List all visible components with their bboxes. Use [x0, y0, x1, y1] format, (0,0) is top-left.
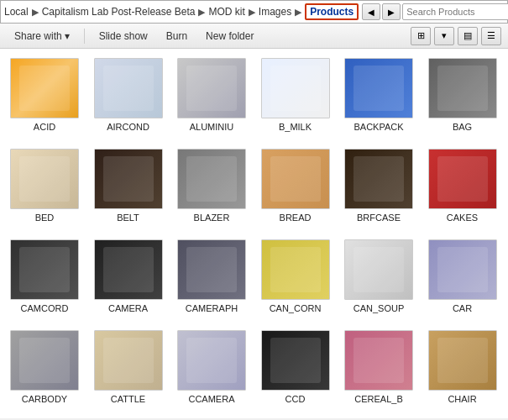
file-item-cereal_b[interactable]: CEREAL_B: [338, 324, 420, 415]
file-item-cakes[interactable]: CAKES: [422, 143, 504, 234]
file-item-brfcase[interactable]: BRFCASE: [338, 143, 420, 234]
file-thumb-cereal_b: [344, 330, 413, 391]
file-label-belt: BELT: [117, 213, 139, 223]
file-label-carbody: CARBODY: [22, 394, 67, 404]
file-item-camera[interactable]: CAMERA: [87, 234, 170, 324]
view-list-button[interactable]: ▾: [434, 27, 454, 45]
svg-rect-11: [437, 156, 488, 202]
file-label-brfcase: BRFCASE: [357, 213, 401, 223]
file-label-backpack: BACKPACK: [354, 122, 403, 132]
file-item-car[interactable]: CAR: [422, 234, 504, 324]
new-folder-button[interactable]: New folder: [198, 27, 261, 45]
file-item-belt[interactable]: BELT: [87, 143, 170, 234]
burn-button[interactable]: Burn: [159, 27, 195, 45]
file-thumb-cakes: [428, 149, 497, 209]
file-item-blazer[interactable]: BLAZER: [170, 143, 253, 234]
file-label-ccamera: CCAMERA: [188, 394, 234, 404]
file-item-chair[interactable]: CHAIR: [422, 324, 504, 415]
breadcrumb-images[interactable]: Images: [259, 6, 291, 18]
slideshow-button[interactable]: Slide show: [92, 27, 155, 45]
file-label-can_soup: CAN_SOUP: [354, 303, 405, 313]
svg-rect-7: [103, 156, 154, 202]
file-item-carbody[interactable]: CARBODY: [3, 324, 86, 415]
nav-back-button[interactable]: ◀: [362, 3, 380, 20]
view-details-button[interactable]: ▤: [458, 27, 478, 45]
share-with-button[interactable]: Share with ▾: [7, 27, 77, 45]
breadcrumb-products[interactable]: Products: [305, 3, 359, 20]
nav-buttons: ◀ ▶: [362, 3, 401, 20]
svg-rect-8: [186, 156, 237, 202]
file-thumb-camcord: [10, 239, 79, 300]
svg-rect-19: [103, 338, 154, 383]
view-large-icons-button[interactable]: ⊞: [411, 27, 431, 45]
file-item-aluminiu[interactable]: ALUMINIU: [170, 52, 253, 143]
svg-rect-22: [354, 338, 404, 383]
file-label-cakes: CAKES: [447, 213, 478, 223]
svg-rect-18: [19, 338, 70, 383]
file-thumb-acid: [10, 58, 79, 118]
file-thumb-bed: [10, 149, 79, 209]
file-label-aluminiu: ALUMINIU: [190, 122, 234, 132]
svg-rect-12: [19, 247, 70, 292]
file-item-camcord[interactable]: CAMCORD: [3, 234, 86, 324]
file-item-bag[interactable]: BAG: [422, 52, 504, 143]
address-bar: Local ▶ Capitalism Lab Post-Release Beta…: [0, 0, 508, 24]
file-thumb-bag: [428, 58, 497, 118]
file-thumb-chair: [428, 330, 497, 391]
file-item-acid[interactable]: ACID: [3, 52, 86, 143]
share-with-label: Share with: [14, 30, 62, 42]
sep3: ▶: [249, 7, 255, 18]
file-item-cattle[interactable]: CATTLE: [87, 324, 170, 415]
svg-rect-15: [270, 247, 321, 292]
file-thumb-carbody: [10, 330, 79, 391]
file-item-aircond[interactable]: AIRCOND: [87, 52, 170, 143]
file-item-backpack[interactable]: BACKPACK: [338, 52, 420, 143]
file-label-cereal_b: CEREAL_B: [354, 394, 402, 404]
search-input[interactable]: [402, 3, 508, 20]
file-label-cattle: CATTLE: [111, 394, 145, 404]
file-thumb-bread: [261, 149, 330, 209]
file-thumb-can_soup: [344, 239, 413, 300]
file-label-camera: CAMERA: [108, 303, 148, 313]
file-thumb-cameraph: [177, 239, 246, 300]
file-item-bread[interactable]: BREAD: [254, 143, 337, 234]
svg-rect-6: [19, 156, 70, 202]
file-label-car: CAR: [453, 303, 472, 313]
file-thumb-backpack: [344, 58, 413, 118]
file-label-camcord: CAMCORD: [21, 303, 69, 313]
toolbar-separator-1: [84, 29, 85, 44]
file-thumb-car: [428, 239, 497, 300]
chevron-down-icon: ▾: [65, 30, 70, 42]
file-item-ccd[interactable]: CCD: [254, 324, 337, 415]
file-item-ccamera[interactable]: CCAMERA: [170, 324, 253, 415]
file-label-aircond: AIRCOND: [107, 122, 149, 132]
file-item-can_corn[interactable]: CAN_CORN: [254, 234, 337, 324]
svg-rect-20: [186, 338, 237, 383]
breadcrumb-capitalism[interactable]: Capitalism Lab Post-Release Beta: [42, 6, 196, 18]
svg-rect-16: [354, 247, 404, 292]
svg-rect-21: [270, 338, 321, 383]
file-thumb-b_milk: [261, 58, 330, 118]
file-label-bag: BAG: [453, 122, 472, 132]
file-label-b_milk: B_MILK: [279, 122, 312, 132]
file-item-b_milk[interactable]: B_MILK: [254, 52, 337, 143]
file-thumb-belt: [94, 149, 163, 209]
file-label-chair: CHAIR: [448, 394, 476, 404]
svg-rect-10: [354, 156, 404, 202]
file-item-can_soup[interactable]: CAN_SOUP: [338, 234, 420, 324]
file-label-cameraph: CAMERAPH: [186, 303, 238, 313]
file-item-cameraph[interactable]: CAMERAPH: [170, 234, 253, 324]
svg-rect-17: [437, 247, 488, 292]
svg-rect-3: [270, 66, 321, 111]
breadcrumb-local[interactable]: Local: [4, 6, 29, 18]
sep1: ▶: [32, 7, 39, 18]
toolbar: Share with ▾ Slide show Burn New folder …: [0, 24, 508, 49]
sep2: ▶: [198, 7, 205, 18]
view-tiles-button[interactable]: ☰: [481, 27, 501, 45]
file-item-bed[interactable]: BED: [3, 143, 86, 234]
svg-rect-0: [19, 66, 70, 111]
file-thumb-camera: [94, 239, 163, 300]
svg-rect-4: [354, 66, 404, 111]
breadcrumb-modkit[interactable]: MOD kit: [208, 6, 244, 18]
nav-forward-button[interactable]: ▶: [382, 3, 401, 20]
